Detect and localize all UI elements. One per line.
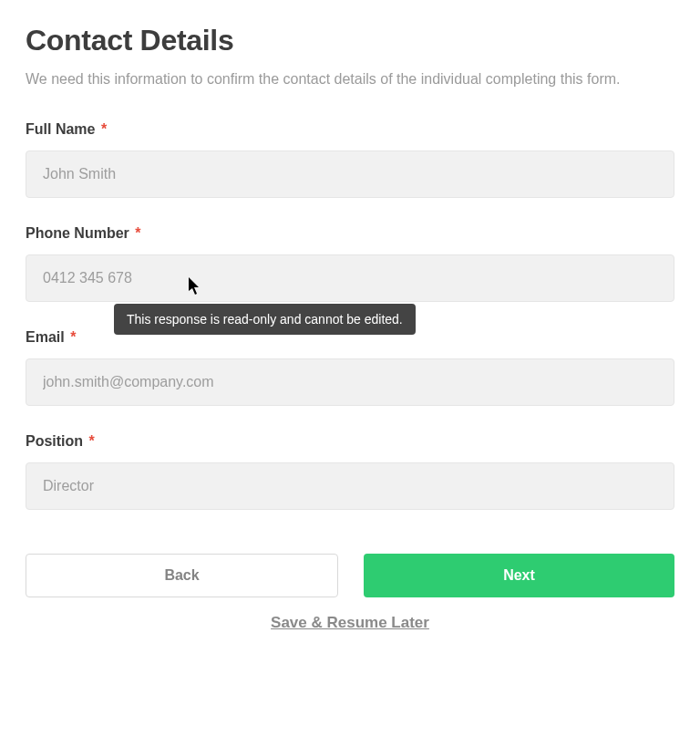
email-input[interactable] xyxy=(26,358,674,406)
phone-label: Phone Number * xyxy=(26,225,674,242)
full-name-input[interactable] xyxy=(26,150,674,198)
contact-details-form: Contact Details We need this information… xyxy=(0,0,700,650)
back-button[interactable]: Back xyxy=(26,554,338,597)
field-full-name: Full Name * xyxy=(26,121,674,198)
email-label: Email * xyxy=(26,329,674,346)
field-position: Position * xyxy=(26,433,674,510)
field-phone-number: Phone Number * This response is read-onl… xyxy=(26,225,674,302)
required-asterisk: * xyxy=(89,433,95,449)
field-email: Email * xyxy=(26,329,674,406)
position-label: Position * xyxy=(26,433,674,450)
full-name-label-text: Full Name xyxy=(26,121,95,137)
email-label-text: Email xyxy=(26,329,65,345)
phone-input[interactable] xyxy=(26,254,674,302)
required-asterisk: * xyxy=(101,121,107,137)
page-subtitle: We need this information to confirm the … xyxy=(26,68,654,90)
position-input[interactable] xyxy=(26,462,674,510)
save-resume-link[interactable]: Save & Resume Later xyxy=(26,614,674,632)
position-label-text: Position xyxy=(26,433,83,449)
full-name-label: Full Name * xyxy=(26,121,674,138)
next-button[interactable]: Next xyxy=(364,554,674,597)
phone-label-text: Phone Number xyxy=(26,225,129,241)
required-asterisk: * xyxy=(135,225,140,241)
required-asterisk: * xyxy=(70,329,76,345)
button-row: Back Next xyxy=(26,554,674,597)
page-title: Contact Details xyxy=(26,24,674,57)
